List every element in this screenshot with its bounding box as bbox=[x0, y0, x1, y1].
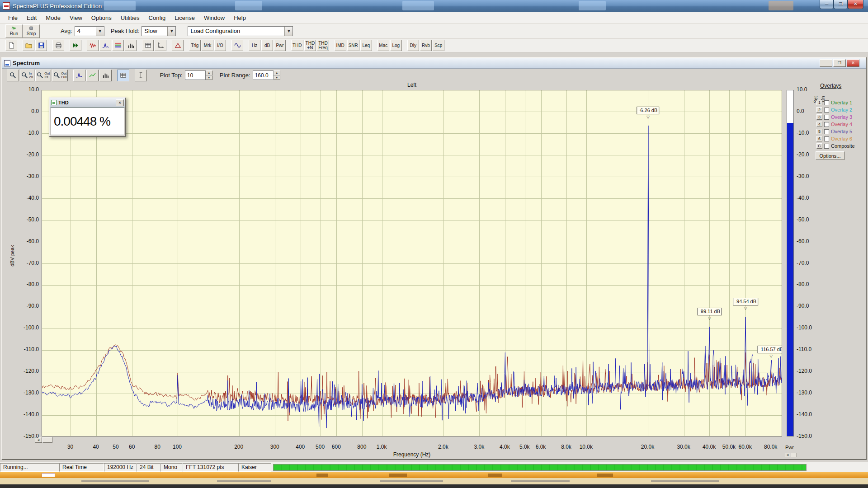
plot-top-down-arrow-icon[interactable]: ▼ bbox=[206, 75, 212, 80]
avg-select[interactable]: 4 ▼ bbox=[75, 26, 104, 36]
button-pwr[interactable]: Pwr bbox=[274, 40, 286, 51]
run-button[interactable]: Run bbox=[5, 24, 23, 38]
zoom-button[interactable] bbox=[7, 70, 19, 81]
print-icon[interactable] bbox=[52, 40, 64, 51]
overlay-set-button-6[interactable]: 6 bbox=[816, 136, 822, 141]
peak-hold-icon bbox=[175, 42, 181, 49]
close-button[interactable]: ✕ bbox=[848, 0, 863, 9]
bar-view-button[interactable] bbox=[99, 70, 112, 81]
thd-window[interactable]: THD ✕ 0.00448 % bbox=[49, 97, 126, 137]
menu-config[interactable]: Config bbox=[144, 13, 170, 23]
button-thd-n[interactable]: THD +N bbox=[304, 40, 316, 51]
thd-title-bar[interactable]: THD ✕ bbox=[50, 98, 125, 108]
axes-icon[interactable] bbox=[155, 40, 166, 51]
minimize-button[interactable]: ─ bbox=[820, 0, 834, 9]
time-series-icon[interactable] bbox=[87, 40, 99, 51]
overlay-on-checkbox-1[interactable] bbox=[824, 100, 829, 105]
menu-options[interactable]: Options bbox=[87, 13, 116, 23]
plot-range-input[interactable] bbox=[253, 70, 274, 80]
button-label: dB bbox=[264, 43, 270, 48]
overlay-label: Overlay 5 bbox=[831, 129, 852, 134]
open-folder-icon[interactable] bbox=[23, 40, 34, 51]
button-log[interactable]: Log bbox=[390, 40, 402, 51]
spectrum-minimize-button[interactable]: ─ bbox=[820, 59, 832, 67]
load-configuration-select[interactable]: Load Configuration ▼ bbox=[188, 26, 293, 36]
plot-range-down-arrow-icon[interactable]: ▼ bbox=[274, 75, 280, 80]
button-snr[interactable]: SNR bbox=[347, 40, 359, 51]
overlay-on-checkbox-c[interactable] bbox=[824, 144, 829, 149]
overlay-set-button-3[interactable]: 3 bbox=[816, 114, 822, 120]
overlays-options-button[interactable]: Options... bbox=[816, 151, 844, 160]
overlay-on-checkbox-6[interactable] bbox=[824, 136, 829, 141]
table-view-button[interactable] bbox=[117, 70, 129, 81]
line-view-button[interactable] bbox=[86, 70, 99, 81]
spectrum-title-bar: Spectrum ─ ❐ ✕ bbox=[2, 58, 866, 69]
meter-scrollbar[interactable]: ◄ bbox=[785, 453, 797, 457]
overlay-on-checkbox-3[interactable] bbox=[824, 115, 829, 120]
peak-curve-view-button[interactable] bbox=[73, 70, 85, 81]
plot-top-input[interactable] bbox=[185, 70, 206, 80]
spectrum-icon[interactable] bbox=[99, 40, 111, 51]
menu-window[interactable]: Window bbox=[199, 13, 229, 23]
y-axis-tick-label-right: -150.0 bbox=[797, 433, 819, 440]
scale-cursor-button[interactable] bbox=[135, 70, 147, 81]
overlay-on-checkbox-5[interactable] bbox=[824, 129, 829, 134]
menu-file[interactable]: File bbox=[4, 13, 22, 23]
spectrum-toolbar: In 2XOut 2XOut Full Plot Top: ▲ ▼ Plot R… bbox=[2, 69, 866, 82]
scroll-left-arrow-icon[interactable]: ◄ bbox=[785, 453, 790, 457]
overlay-set-button-c[interactable]: C bbox=[816, 143, 822, 149]
menu-utilities[interactable]: Utilities bbox=[116, 13, 144, 23]
spectrum-close-button[interactable]: ✕ bbox=[847, 59, 859, 67]
zoom-out-2x-button[interactable]: Out 2X bbox=[35, 70, 51, 81]
button-imd[interactable]: IMD bbox=[335, 40, 346, 51]
spectrogram-icon[interactable] bbox=[112, 40, 124, 51]
status-segment: FFT 131072 pts bbox=[183, 463, 238, 472]
overlay-on-checkbox-4[interactable] bbox=[824, 122, 829, 127]
overlay-on-checkbox-2[interactable] bbox=[824, 108, 829, 113]
plot-top-up-arrow-icon[interactable]: ▲ bbox=[206, 70, 212, 75]
overlay-label: Overlay 2 bbox=[831, 107, 852, 113]
button-rvb[interactable]: Rvb bbox=[420, 40, 432, 51]
octave-bars-icon[interactable] bbox=[125, 40, 137, 51]
save-icon[interactable] bbox=[35, 40, 47, 51]
overlay-set-button-4[interactable]: 4 bbox=[816, 122, 822, 127]
button-hz[interactable]: Hz bbox=[249, 40, 260, 51]
spectrum-plot[interactable]: -6.26 dB▽-99.11 dB▽-94.54 dB▽-116.57 dB▽ bbox=[42, 90, 782, 436]
overlay-set-button-1[interactable]: 1 bbox=[816, 100, 822, 105]
zoom-in-2x-button[interactable]: In 2X bbox=[20, 70, 34, 81]
plot-range-up-arrow-icon[interactable]: ▲ bbox=[274, 70, 280, 75]
button-thd-freq[interactable]: THD Freq bbox=[317, 40, 329, 51]
button-dly[interactable]: Dly bbox=[407, 40, 419, 51]
zoom-out-full-button[interactable]: Out Full bbox=[52, 70, 68, 81]
button-scp[interactable]: Scp bbox=[433, 40, 444, 51]
button-i-o[interactable]: I/O bbox=[214, 40, 226, 51]
menu-edit[interactable]: Edit bbox=[22, 13, 41, 23]
button-thd[interactable]: THD bbox=[291, 40, 303, 51]
peak-marker-pointer-icon: ▽ bbox=[744, 306, 747, 310]
thd-close-button[interactable]: ✕ bbox=[116, 99, 124, 106]
scrollbar-thumb[interactable] bbox=[791, 453, 797, 457]
y-axis-tick-label-right: -90.0 bbox=[797, 303, 819, 310]
new-file-icon[interactable] bbox=[5, 40, 17, 51]
button-mac[interactable]: Mac bbox=[377, 40, 389, 51]
fast-forward-icon[interactable] bbox=[70, 40, 81, 51]
stop-button[interactable]: Stop bbox=[23, 24, 40, 38]
overlay-label: Overlay 6 bbox=[831, 136, 852, 141]
spectrum-restore-button[interactable]: ❐ bbox=[833, 59, 846, 67]
sine-icon[interactable] bbox=[231, 40, 243, 51]
menu-help[interactable]: Help bbox=[229, 13, 250, 23]
button-leq[interactable]: Leq bbox=[360, 40, 372, 51]
button-mrk[interactable]: Mrk bbox=[202, 40, 213, 51]
table-icon[interactable] bbox=[142, 40, 154, 51]
toolbar-group bbox=[117, 70, 129, 81]
button-trig[interactable]: Trig bbox=[189, 40, 201, 51]
menu-mode[interactable]: Mode bbox=[41, 13, 65, 23]
x-axis-tick-label: 80.0k bbox=[764, 444, 777, 450]
peak-hold-icon[interactable] bbox=[172, 40, 184, 51]
scrollbar-thumb[interactable] bbox=[42, 437, 52, 443]
peak-hold-select[interactable]: Slow ▼ bbox=[142, 26, 176, 36]
button-db[interactable]: dB bbox=[261, 40, 273, 51]
maximize-button[interactable]: ❐ bbox=[834, 0, 848, 9]
menu-license[interactable]: License bbox=[170, 13, 199, 23]
menu-view[interactable]: View bbox=[65, 13, 87, 23]
